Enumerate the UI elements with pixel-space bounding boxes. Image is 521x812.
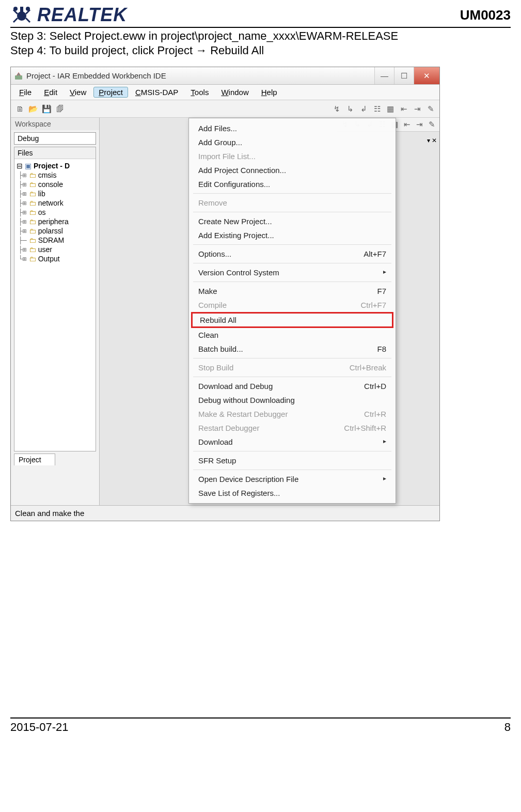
- project-root-label: Project - D: [34, 162, 70, 170]
- menu-item-download-and-debug[interactable]: Download and DebugCtrl+D: [189, 379, 396, 393]
- save-all-icon[interactable]: 🗐: [55, 104, 65, 114]
- menu-file[interactable]: File: [14, 87, 37, 98]
- menu-item-label: Remove: [198, 198, 227, 207]
- menu-project[interactable]: Project: [93, 87, 128, 98]
- menu-item-make[interactable]: MakeF7: [189, 284, 396, 298]
- menu-item-save-list-of-registers[interactable]: Save List of Registers...: [189, 486, 396, 500]
- menu-item-version-control-system[interactable]: Version Control System: [189, 266, 396, 279]
- status-text: Clean and make the: [15, 509, 84, 518]
- menu-item-create-new-project[interactable]: Create New Project...: [189, 214, 396, 228]
- tree-root[interactable]: ⊟ ▣ Project - D: [15, 161, 94, 170]
- menu-item-shortcut: Ctrl+F7: [360, 301, 386, 309]
- tool-icon-3[interactable]: ↲: [359, 104, 368, 114]
- workspace-label: Workspace: [11, 118, 99, 130]
- save-icon[interactable]: 💾: [42, 104, 51, 114]
- maximize-button[interactable]: ☐: [394, 67, 414, 84]
- tool-icon-4[interactable]: ☷: [372, 104, 382, 114]
- menu-separator: [193, 263, 391, 263]
- tree-item-label: polarssl: [38, 227, 63, 235]
- menu-item-remove: Remove: [189, 196, 396, 210]
- workspace-panel: Workspace Debug Files ⊟ ▣ Project - D: [11, 118, 100, 505]
- menu-separator: [193, 193, 391, 194]
- project-tab[interactable]: Project: [14, 454, 55, 465]
- doc-footer: 2015-07-21 8: [10, 717, 511, 734]
- step4-text: Step 4: To build project, click Project …: [10, 43, 511, 58]
- config-dropdown[interactable]: Debug: [14, 132, 96, 145]
- crab-logo-icon: [10, 5, 33, 25]
- toolbar: 🗎 📂 💾 🗐 ↯ ↳ ↲ ☷ ▦ ⇤ ⇥ ✎: [11, 100, 439, 118]
- screenshot: Project - IAR Embedded Workbench IDE — ☐…: [10, 67, 511, 521]
- tree-item[interactable]: ├⊞🗀lib: [15, 189, 94, 198]
- footer-date: 2015-07-21: [10, 721, 69, 734]
- tree-item[interactable]: ├⊞🗀console: [15, 180, 94, 189]
- menu-item-options[interactable]: Options...Alt+F7: [189, 247, 396, 261]
- folder-icon: 🗀: [29, 255, 36, 263]
- tree-item[interactable]: ├⊞🗀user: [15, 245, 94, 254]
- debug-tool-6[interactable]: ⇤: [402, 120, 412, 129]
- svg-point-0: [17, 11, 26, 21]
- menu-window[interactable]: Window: [216, 87, 254, 98]
- tree-item[interactable]: ├─🗀SDRAM: [15, 236, 94, 245]
- menu-item-clean[interactable]: Clean: [189, 328, 396, 342]
- tree-item[interactable]: ├⊞🗀os: [15, 208, 94, 217]
- menu-item-shortcut: F7: [377, 287, 386, 295]
- tree-item-label: lib: [38, 190, 45, 198]
- menu-item-label: Stop Build: [198, 363, 233, 372]
- open-file-icon[interactable]: 📂: [28, 104, 38, 114]
- window-title: Project - IAR Embedded Workbench IDE: [26, 71, 166, 80]
- files-panel: Files ⊟ ▣ Project - D ├⊞🗀cmsis├⊞🗀console…: [14, 147, 96, 451]
- debug-tool-7[interactable]: ⇥: [415, 120, 424, 129]
- minimize-button[interactable]: —: [374, 67, 394, 84]
- tree-item[interactable]: ├⊞🗀cmsis: [15, 170, 94, 180]
- app-icon: [14, 71, 23, 81]
- statusbar: Clean and make the: [11, 505, 439, 521]
- tool-icon-2[interactable]: ↳: [345, 104, 355, 114]
- project-icon: ▣: [25, 162, 31, 170]
- svg-point-2: [13, 7, 18, 11]
- menu-item-label: Import File List...: [198, 152, 256, 161]
- panel-dropdown-close[interactable]: ▾ ✕: [425, 136, 438, 145]
- menu-item-download[interactable]: Download: [189, 435, 396, 449]
- tree-item[interactable]: ├⊞🗀polarssl: [15, 226, 94, 236]
- debug-tool-8[interactable]: ✎: [427, 120, 436, 129]
- folder-icon: 🗀: [29, 208, 36, 216]
- tree-item[interactable]: └⊞🗀Output: [15, 254, 94, 263]
- menu-item-shortcut: Ctrl+D: [364, 382, 386, 391]
- menu-item-compile: CompileCtrl+F7: [189, 298, 396, 312]
- menu-item-open-device-description-file[interactable]: Open Device Description File: [189, 472, 396, 486]
- svg-rect-5: [18, 73, 20, 75]
- menu-item-batch-build[interactable]: Batch build...F8: [189, 342, 396, 356]
- menu-item-edit-configurations[interactable]: Edit Configurations...: [189, 177, 396, 191]
- tool-icon-6[interactable]: ⇤: [399, 104, 408, 114]
- menu-tools[interactable]: Tools: [185, 87, 214, 98]
- tool-icon-8[interactable]: ✎: [426, 104, 435, 114]
- collapse-icon[interactable]: ⊟: [17, 162, 23, 170]
- menu-item-debug-without-downloading[interactable]: Debug without Downloading: [189, 393, 396, 407]
- brand-name: REALTEK: [37, 4, 127, 26]
- menu-view[interactable]: View: [65, 87, 91, 98]
- brand-block: REALTEK: [10, 4, 127, 26]
- menu-edit[interactable]: Edit: [39, 87, 62, 98]
- tool-icon-7[interactable]: ⇥: [413, 104, 422, 114]
- menu-item-add-files[interactable]: Add Files...: [189, 121, 396, 135]
- menu-item-add-group[interactable]: Add Group...: [189, 135, 396, 149]
- tool-icon-5[interactable]: ▦: [386, 104, 395, 114]
- tool-icon-1[interactable]: ↯: [332, 104, 341, 114]
- menu-item-label: Compile: [198, 301, 227, 309]
- folder-icon: 🗀: [29, 245, 36, 254]
- menu-item-rebuild-all[interactable]: Rebuild All: [191, 312, 393, 328]
- menu-cmsis-dap[interactable]: CMSIS-DAP: [130, 87, 183, 98]
- tree-item[interactable]: ├⊞🗀network: [15, 198, 94, 208]
- menu-item-label: Open Device Description File: [198, 475, 298, 483]
- menu-separator: [193, 212, 391, 212]
- new-file-icon[interactable]: 🗎: [15, 104, 24, 114]
- menu-item-label: Rebuild All: [200, 316, 236, 324]
- tree-item[interactable]: ├⊞🗀periphera: [15, 217, 94, 226]
- menu-separator: [193, 282, 391, 282]
- menu-item-import-file-list: Import File List...: [189, 149, 396, 163]
- menu-item-sfr-setup[interactable]: SFR Setup: [189, 454, 396, 467]
- menu-item-add-project-connection[interactable]: Add Project Connection...: [189, 163, 396, 177]
- close-button[interactable]: ✕: [414, 67, 439, 84]
- menu-item-add-existing-project[interactable]: Add Existing Project...: [189, 228, 396, 242]
- menu-help[interactable]: Help: [256, 87, 282, 98]
